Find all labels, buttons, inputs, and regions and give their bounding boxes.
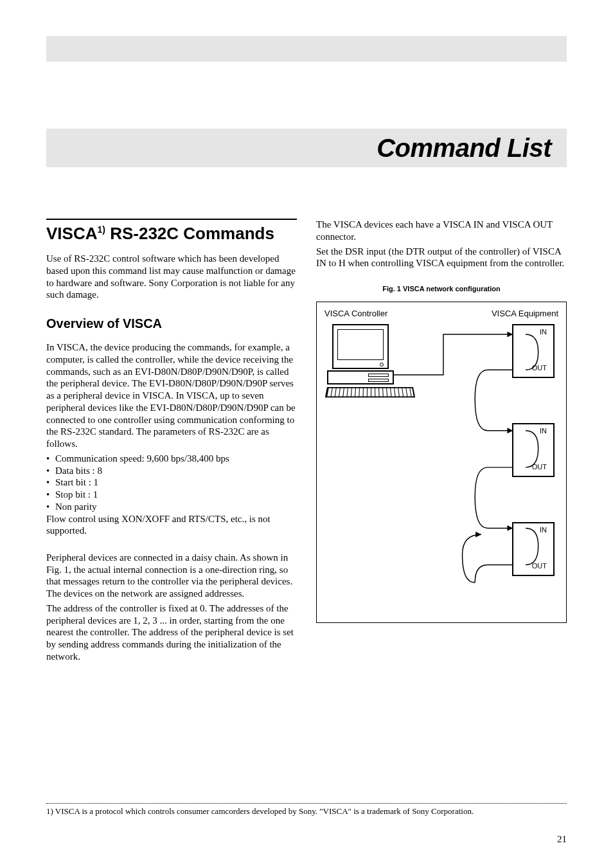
section-title-sup: 1) <box>97 224 105 235</box>
overview-body: In VISCA, the device producing the comma… <box>46 341 297 663</box>
figure-caption: Fig. 1 VISCA network configuration <box>316 285 567 293</box>
in-label: IN <box>540 328 547 336</box>
out-label: OUT <box>532 463 547 471</box>
section-title: VISCA1) RS-232C Commands <box>46 219 297 244</box>
pc-base-icon <box>327 370 394 384</box>
in-label: IN <box>540 526 547 534</box>
page-title: Command List <box>377 134 551 163</box>
controller-label: VISCA Controller <box>324 309 387 318</box>
list-item: Start bit : 1 <box>46 476 297 489</box>
out-label: OUT <box>532 562 547 570</box>
equipment-label: VISCA Equipment <box>492 309 558 318</box>
content-columns: VISCA1) RS-232C Commands Use of RS-232C … <box>46 219 567 665</box>
overview-p1: In VISCA, the device producing the comma… <box>46 341 297 450</box>
rs232-params-list: Communication speed: 9,600 bps/38,400 bp… <box>46 453 297 513</box>
footnote-text: 1) VISCA is a protocol which controls co… <box>46 806 474 816</box>
keyboard-icon <box>325 387 415 397</box>
page-number: 21 <box>557 834 567 845</box>
header-grey-band <box>46 36 567 62</box>
right-intro: The VISCA devices each have a VISCA IN a… <box>316 219 567 269</box>
overview-p4: The address of the controller is fixed a… <box>46 602 297 663</box>
section-title-prefix: VISCA <box>46 224 97 243</box>
list-item: Non parity <box>46 501 297 513</box>
left-column: VISCA1) RS-232C Commands Use of RS-232C … <box>46 219 297 665</box>
list-item: Communication speed: 9,600 bps/38,400 bp… <box>46 453 297 465</box>
out-label: OUT <box>532 364 547 372</box>
in-label: IN <box>540 427 547 435</box>
intro-paragraph: Use of RS-232C control software which ha… <box>46 253 297 301</box>
intro-text: Use of RS-232C control software which ha… <box>46 253 297 301</box>
footnote: 1) VISCA is a protocol which controls co… <box>46 803 567 817</box>
right-p2: Set the DSR input (the DTR output of the… <box>316 246 567 270</box>
list-item: Data bits : 8 <box>46 465 297 477</box>
right-column: The VISCA devices each have a VISCA IN a… <box>316 219 567 665</box>
computer-illustration <box>327 324 417 399</box>
overview-p3: Peripheral devices are connected in a da… <box>46 552 297 600</box>
subhead-overview: Overview of VISCA <box>46 316 297 331</box>
visca-network-diagram: VISCA Controller VISCA Equipment IN OUT … <box>316 302 567 623</box>
section-title-rest: RS-232C Commands <box>105 224 274 243</box>
monitor-icon <box>332 324 389 369</box>
overview-p2: Flow control using XON/XOFF and RTS/CTS,… <box>46 513 297 538</box>
list-item: Stop bit : 1 <box>46 489 297 501</box>
right-p1: The VISCA devices each have a VISCA IN a… <box>316 219 567 243</box>
title-band: Command List <box>46 129 567 167</box>
